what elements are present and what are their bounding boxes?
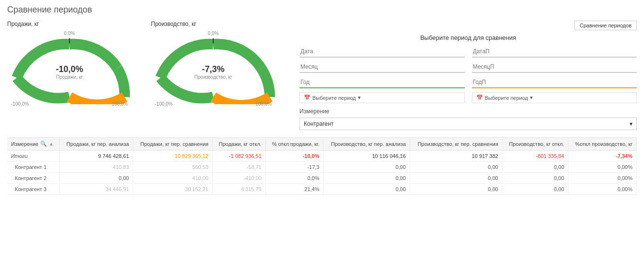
row-0-val-5: 0,00	[410, 162, 502, 173]
totals-label: Итоги	[7, 151, 59, 162]
period-dropdown-1-label: Выберите период	[312, 95, 356, 101]
datap-input[interactable]	[472, 46, 637, 58]
row-1-val-7: 0,00%	[568, 173, 637, 184]
dropdown-arrow-2: ▾	[530, 95, 533, 101]
month-fields	[299, 61, 637, 73]
yearp-input[interactable]	[472, 77, 637, 88]
donut-sales-center: -10,0% Продажи, кг	[56, 64, 83, 80]
row-1-val-3: 0,0%	[265, 173, 323, 184]
row-0-val-4: 0,00	[323, 162, 410, 173]
row-name-1: Контрагент 2	[7, 173, 59, 184]
row-1-val-4: 0,00	[323, 173, 410, 184]
row-1-val-6: 0,00	[502, 173, 568, 184]
field-monthp	[472, 61, 637, 73]
period-dropdown-1[interactable]: 📅 Выберите период ▾	[299, 92, 465, 103]
measure-value: Контрагент	[304, 120, 334, 127]
table-row: Контрагент 2 0,00 410,00 -410,00 0,0% 0,…	[7, 173, 637, 184]
measure-section: Измерение Контрагент ▾	[299, 108, 637, 130]
row-2-val-3: 21,4%	[265, 184, 323, 195]
totals-sales-pct: -10,0%	[265, 151, 323, 162]
row-0-val-7: 0,00%	[568, 162, 637, 173]
chart-production: Производство, кг 0,0% -7,3% Произ	[151, 21, 285, 130]
col-prod-diff: Производство, кг откл.	[502, 138, 568, 151]
period-dropdown-2[interactable]: 📅 Выберите период ▾	[472, 92, 637, 103]
row-1-val-1: 410,00	[133, 173, 213, 184]
row-name-2: Контрагент 3	[7, 184, 59, 195]
row-2-val-2: 4 315,78	[212, 184, 265, 195]
totals-prod-analysis: 10 116 046,16	[323, 151, 410, 162]
field-data	[299, 46, 465, 58]
chart-sales-label: Продажи, кг	[7, 21, 141, 27]
dropdown-arrow-1: ▾	[358, 95, 361, 101]
year-input[interactable]	[299, 77, 465, 88]
field-year	[299, 77, 465, 88]
totals-sales-diff: -1 082 936,51	[212, 151, 265, 162]
donut-production-center: -7,3% Производство, кг	[195, 64, 232, 80]
row-2-val-6: 0,00	[502, 184, 568, 195]
totals-prod-compare: 10 917 382	[410, 151, 502, 162]
col-sales-analysis: Продажи, кг пер. анализа	[59, 138, 133, 151]
row-2-val-7: 0,00%	[568, 184, 637, 195]
chart-production-label: Производство, кг	[151, 21, 285, 27]
sort-arrow: ▲	[49, 142, 53, 146]
col-prod-analysis: Производство, кг пер. анализа	[323, 138, 410, 151]
table-row: Контрагент 3 34 446,91 30 152,21 4 315,7…	[7, 184, 637, 195]
month-input[interactable]	[299, 61, 465, 73]
col-sales-pct: % откл продажи, кг.	[265, 138, 323, 151]
totals-prod-diff: -801 335,84	[502, 151, 568, 162]
calendar-icon-1: 📅	[304, 95, 310, 101]
table-row-totals: Итоги 9 746 428,61 10 829 365,12 -1 082 …	[7, 151, 637, 162]
year-fields	[299, 77, 637, 88]
row-0-val-3: -17,3	[265, 162, 323, 173]
field-month	[299, 61, 465, 73]
calendar-icon-2: 📅	[476, 95, 483, 101]
totals-prod-pct: -7,34%	[568, 151, 637, 162]
date-fields	[299, 46, 637, 58]
select-period-title: Выберите период для сравнения	[299, 34, 637, 41]
totals-sales-analysis: 9 746 428,61	[59, 151, 133, 162]
right-panel: Сравнение периодов Выберите период для с…	[285, 21, 637, 130]
row-2-val-5: 0,00	[410, 184, 502, 195]
row-2-val-0: 34 446,91	[59, 184, 133, 195]
donut-production: 0,0% -7,3% Производство, кг -10	[151, 30, 276, 111]
chart-sales: Продажи, кг 0,0% -1	[7, 21, 141, 130]
field-yearp	[472, 77, 637, 88]
measure-arrow: ▾	[630, 120, 632, 127]
period-dropdown-2-label: Выберите период	[485, 95, 529, 101]
data-input[interactable]	[299, 46, 465, 58]
row-0-val-0: 410,83	[59, 162, 133, 173]
row-1-val-0: 0,00	[59, 173, 133, 184]
col-sales-compare: Продажи, кг пер. сравнения	[133, 138, 213, 151]
row-0-val-2: -58,71	[212, 162, 265, 173]
compare-button[interactable]: Сравнение периодов	[575, 21, 637, 30]
measure-select[interactable]: Контрагент ▾	[299, 118, 637, 130]
totals-sales-compare: 10 829 365,12	[133, 151, 213, 162]
row-0-val-6: 0,00	[502, 162, 568, 173]
row-1-val-5: 0,00	[410, 173, 502, 184]
row-name-0: Контрагент 1	[7, 162, 59, 173]
search-icon[interactable]: 🔍	[40, 141, 47, 147]
table-row: Контрагент 1 410,83 560,53 -58,71 -17,3 …	[7, 162, 637, 173]
measure-label: Измерение	[299, 108, 637, 115]
field-datap	[472, 46, 637, 58]
row-1-val-2: -410,00	[212, 173, 265, 184]
row-2-val-1: 30 152,21	[133, 184, 213, 195]
table-header: Измерение 🔍 ▲ Продажи, кг пер. анализа П…	[7, 138, 637, 151]
row-2-val-4: 0,00	[323, 184, 410, 195]
col-sales-diff: Продажи, кг откл.	[212, 138, 265, 151]
data-table: Измерение 🔍 ▲ Продажи, кг пер. анализа П…	[7, 137, 637, 195]
col-prod-compare: Производство, кг пер. сравнения	[410, 138, 502, 151]
row-0-val-1: 560,53	[133, 162, 213, 173]
period-dropdowns: 📅 Выберите период ▾ 📅 Выберите период ▾	[299, 92, 637, 103]
col-dimension: Измерение	[11, 141, 38, 147]
page-title: Сравнение периодов	[7, 5, 637, 15]
donut-sales: 0,0% -10,0% Продажи, кг	[7, 30, 132, 111]
col-prod-pct: %откл производство, кг	[568, 138, 637, 151]
monthp-input[interactable]	[472, 61, 637, 73]
